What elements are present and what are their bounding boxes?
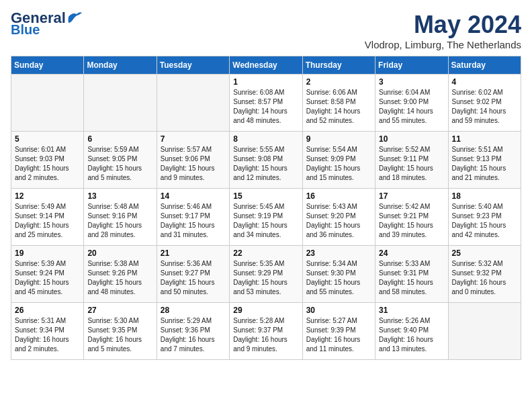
day-info: Sunrise: 5:48 AM Sunset: 9:16 PM Dayligh… bbox=[87, 202, 152, 240]
day-number: 30 bbox=[306, 306, 371, 315]
weekday-header-thursday: Thursday bbox=[302, 56, 375, 75]
day-info: Sunrise: 5:57 AM Sunset: 9:06 PM Dayligh… bbox=[161, 145, 226, 183]
day-info: Sunrise: 5:49 AM Sunset: 9:14 PM Dayligh… bbox=[15, 202, 80, 240]
day-number: 1 bbox=[233, 77, 298, 87]
day-info: Sunrise: 5:43 AM Sunset: 9:20 PM Dayligh… bbox=[306, 202, 371, 240]
calendar-cell: 5Sunrise: 6:01 AM Sunset: 9:03 PM Daylig… bbox=[11, 132, 84, 189]
calendar-cell: 14Sunrise: 5:46 AM Sunset: 9:17 PM Dayli… bbox=[157, 189, 229, 246]
day-info: Sunrise: 6:02 AM Sunset: 9:02 PM Dayligh… bbox=[452, 88, 517, 126]
calendar-week-row: 1Sunrise: 6:08 AM Sunset: 8:57 PM Daylig… bbox=[11, 75, 521, 132]
day-number: 2 bbox=[306, 77, 371, 87]
day-info: Sunrise: 5:31 AM Sunset: 9:34 PM Dayligh… bbox=[15, 316, 80, 354]
day-number: 7 bbox=[161, 134, 226, 144]
day-number: 13 bbox=[87, 191, 152, 201]
calendar-cell: 6Sunrise: 5:59 AM Sunset: 9:05 PM Daylig… bbox=[84, 132, 157, 189]
calendar-cell: 24Sunrise: 5:33 AM Sunset: 9:31 PM Dayli… bbox=[375, 246, 448, 303]
calendar-cell: 7Sunrise: 5:57 AM Sunset: 9:06 PM Daylig… bbox=[157, 132, 229, 189]
day-info: Sunrise: 6:08 AM Sunset: 8:57 PM Dayligh… bbox=[233, 88, 298, 126]
calendar-cell: 28Sunrise: 5:29 AM Sunset: 9:36 PM Dayli… bbox=[157, 303, 229, 360]
day-number: 4 bbox=[452, 77, 517, 87]
calendar-cell: 25Sunrise: 5:32 AM Sunset: 9:32 PM Dayli… bbox=[448, 246, 521, 303]
calendar-cell: 17Sunrise: 5:42 AM Sunset: 9:21 PM Dayli… bbox=[375, 189, 448, 246]
day-number: 12 bbox=[15, 191, 80, 201]
weekday-header-friday: Friday bbox=[375, 56, 448, 75]
day-number: 21 bbox=[161, 248, 226, 258]
calendar-cell bbox=[11, 75, 84, 132]
calendar-week-row: 26Sunrise: 5:31 AM Sunset: 9:34 PM Dayli… bbox=[11, 303, 521, 360]
day-number: 25 bbox=[452, 248, 517, 258]
day-info: Sunrise: 5:38 AM Sunset: 9:26 PM Dayligh… bbox=[87, 259, 152, 297]
day-number: 19 bbox=[15, 248, 80, 258]
calendar-cell: 22Sunrise: 5:35 AM Sunset: 9:29 PM Dayli… bbox=[230, 246, 302, 303]
day-info: Sunrise: 5:52 AM Sunset: 9:11 PM Dayligh… bbox=[379, 145, 444, 183]
calendar-cell: 27Sunrise: 5:30 AM Sunset: 9:35 PM Dayli… bbox=[84, 303, 157, 360]
day-info: Sunrise: 5:39 AM Sunset: 9:24 PM Dayligh… bbox=[15, 259, 80, 297]
calendar-cell: 23Sunrise: 5:34 AM Sunset: 9:30 PM Dayli… bbox=[302, 246, 375, 303]
page-header: General Blue May 2024 Vlodrop, Limburg, … bbox=[11, 11, 521, 50]
day-info: Sunrise: 5:29 AM Sunset: 9:36 PM Dayligh… bbox=[161, 316, 226, 354]
day-info: Sunrise: 6:01 AM Sunset: 9:03 PM Dayligh… bbox=[15, 145, 80, 183]
calendar-cell: 11Sunrise: 5:51 AM Sunset: 9:13 PM Dayli… bbox=[448, 132, 521, 189]
day-number: 26 bbox=[15, 306, 80, 315]
logo-blue-text: Blue bbox=[11, 23, 40, 36]
calendar-cell: 2Sunrise: 6:06 AM Sunset: 8:58 PM Daylig… bbox=[302, 75, 375, 132]
weekday-header-wednesday: Wednesday bbox=[230, 56, 302, 75]
calendar-week-row: 12Sunrise: 5:49 AM Sunset: 9:14 PM Dayli… bbox=[11, 189, 521, 246]
calendar-cell: 3Sunrise: 6:04 AM Sunset: 9:00 PM Daylig… bbox=[375, 75, 448, 132]
calendar-cell bbox=[84, 75, 157, 132]
day-info: Sunrise: 5:30 AM Sunset: 9:35 PM Dayligh… bbox=[87, 316, 152, 354]
day-number: 22 bbox=[233, 248, 298, 258]
day-number: 16 bbox=[306, 191, 371, 201]
calendar-cell: 30Sunrise: 5:27 AM Sunset: 9:39 PM Dayli… bbox=[302, 303, 375, 360]
calendar-week-row: 5Sunrise: 6:01 AM Sunset: 9:03 PM Daylig… bbox=[11, 132, 521, 189]
day-info: Sunrise: 5:26 AM Sunset: 9:40 PM Dayligh… bbox=[379, 316, 444, 354]
day-number: 23 bbox=[306, 248, 371, 258]
calendar-cell: 4Sunrise: 6:02 AM Sunset: 9:02 PM Daylig… bbox=[448, 75, 521, 132]
day-info: Sunrise: 5:40 AM Sunset: 9:23 PM Dayligh… bbox=[452, 202, 517, 240]
weekday-header-saturday: Saturday bbox=[448, 56, 521, 75]
calendar-cell bbox=[157, 75, 229, 132]
day-info: Sunrise: 5:42 AM Sunset: 9:21 PM Dayligh… bbox=[379, 202, 444, 240]
weekday-header-monday: Monday bbox=[84, 56, 157, 75]
day-info: Sunrise: 5:35 AM Sunset: 9:29 PM Dayligh… bbox=[233, 259, 298, 297]
day-number: 28 bbox=[161, 306, 226, 315]
calendar-cell: 1Sunrise: 6:08 AM Sunset: 8:57 PM Daylig… bbox=[230, 75, 302, 132]
weekday-header-tuesday: Tuesday bbox=[157, 56, 229, 75]
day-number: 31 bbox=[379, 306, 444, 315]
calendar-cell: 13Sunrise: 5:48 AM Sunset: 9:16 PM Dayli… bbox=[84, 189, 157, 246]
calendar-week-row: 19Sunrise: 5:39 AM Sunset: 9:24 PM Dayli… bbox=[11, 246, 521, 303]
calendar-cell: 29Sunrise: 5:28 AM Sunset: 9:37 PM Dayli… bbox=[230, 303, 302, 360]
calendar-cell: 20Sunrise: 5:38 AM Sunset: 9:26 PM Dayli… bbox=[84, 246, 157, 303]
day-info: Sunrise: 5:59 AM Sunset: 9:05 PM Dayligh… bbox=[87, 145, 152, 183]
title-block: May 2024 Vlodrop, Limburg, The Netherlan… bbox=[365, 11, 521, 50]
day-info: Sunrise: 6:04 AM Sunset: 9:00 PM Dayligh… bbox=[379, 88, 444, 126]
day-info: Sunrise: 5:34 AM Sunset: 9:30 PM Dayligh… bbox=[306, 259, 371, 297]
day-info: Sunrise: 5:54 AM Sunset: 9:09 PM Dayligh… bbox=[306, 145, 371, 183]
day-info: Sunrise: 5:55 AM Sunset: 9:08 PM Dayligh… bbox=[233, 145, 298, 183]
day-info: Sunrise: 5:36 AM Sunset: 9:27 PM Dayligh… bbox=[161, 259, 226, 297]
calendar-cell: 15Sunrise: 5:45 AM Sunset: 9:19 PM Dayli… bbox=[230, 189, 302, 246]
calendar-cell bbox=[448, 303, 521, 360]
calendar-cell: 8Sunrise: 5:55 AM Sunset: 9:08 PM Daylig… bbox=[230, 132, 302, 189]
calendar-cell: 21Sunrise: 5:36 AM Sunset: 9:27 PM Dayli… bbox=[157, 246, 229, 303]
day-number: 5 bbox=[15, 134, 80, 144]
day-number: 11 bbox=[452, 134, 517, 144]
day-info: Sunrise: 5:28 AM Sunset: 9:37 PM Dayligh… bbox=[233, 316, 298, 354]
calendar-cell: 12Sunrise: 5:49 AM Sunset: 9:14 PM Dayli… bbox=[11, 189, 84, 246]
day-number: 10 bbox=[379, 134, 444, 144]
calendar-cell: 16Sunrise: 5:43 AM Sunset: 9:20 PM Dayli… bbox=[302, 189, 375, 246]
day-number: 18 bbox=[452, 191, 517, 201]
day-info: Sunrise: 5:51 AM Sunset: 9:13 PM Dayligh… bbox=[452, 145, 517, 183]
calendar-cell: 26Sunrise: 5:31 AM Sunset: 9:34 PM Dayli… bbox=[11, 303, 84, 360]
calendar-table: SundayMondayTuesdayWednesdayThursdayFrid… bbox=[11, 56, 521, 360]
calendar-cell: 31Sunrise: 5:26 AM Sunset: 9:40 PM Dayli… bbox=[375, 303, 448, 360]
month-title: May 2024 bbox=[365, 11, 521, 39]
logo: General Blue bbox=[11, 11, 82, 36]
day-number: 24 bbox=[379, 248, 444, 258]
day-number: 6 bbox=[87, 134, 152, 144]
day-info: Sunrise: 5:32 AM Sunset: 9:32 PM Dayligh… bbox=[452, 259, 517, 297]
day-info: Sunrise: 5:46 AM Sunset: 9:17 PM Dayligh… bbox=[161, 202, 226, 240]
day-info: Sunrise: 6:06 AM Sunset: 8:58 PM Dayligh… bbox=[306, 88, 371, 126]
weekday-header-sunday: Sunday bbox=[11, 56, 84, 75]
day-number: 8 bbox=[233, 134, 298, 144]
